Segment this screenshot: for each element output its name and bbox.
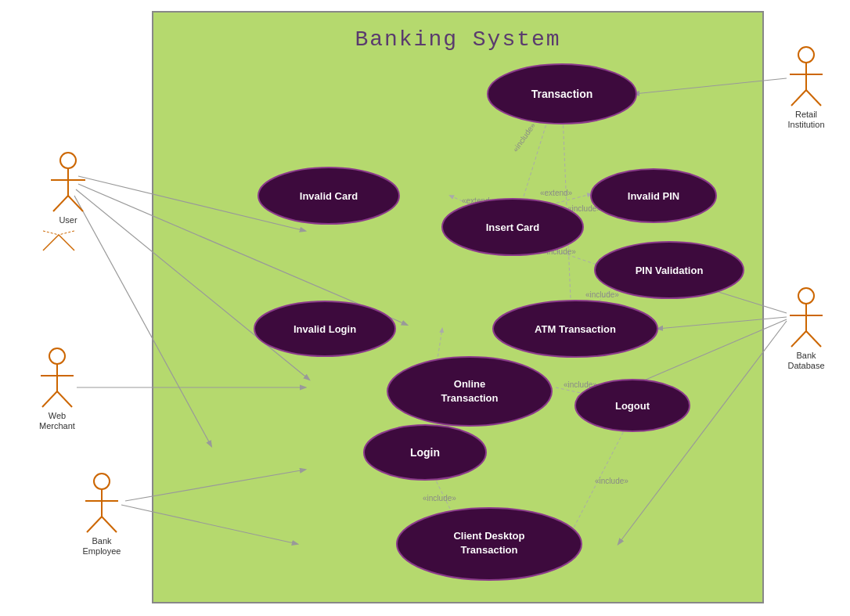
svg-point-50 — [387, 357, 552, 426]
svg-text:Invalid PIN: Invalid PIN — [628, 190, 679, 202]
svg-rect-0 — [153, 12, 763, 603]
svg-line-30 — [556, 387, 609, 399]
svg-line-63 — [53, 196, 68, 211]
svg-line-67 — [59, 235, 74, 250]
svg-text:Insert Card: Insert Card — [486, 222, 540, 233]
svg-text:Logout: Logout — [615, 400, 650, 412]
svg-text:Login: Login — [410, 446, 440, 459]
svg-line-87 — [791, 90, 806, 106]
svg-point-55 — [364, 425, 486, 480]
actor-bank-database: Bank Database — [787, 288, 824, 370]
svg-text:«include»: «include» — [585, 290, 619, 299]
svg-line-5 — [76, 189, 309, 380]
svg-line-14 — [517, 94, 556, 219]
svg-text:«include»: «include» — [564, 380, 597, 389]
svg-text:«include»: «include» — [511, 121, 538, 153]
svg-line-20 — [524, 194, 591, 211]
svg-text:«extend»: «extend» — [412, 378, 427, 412]
svg-line-94 — [791, 331, 806, 347]
svg-text:Bank: Bank — [92, 536, 112, 546]
svg-point-48 — [493, 301, 657, 357]
svg-text:Web: Web — [49, 411, 66, 420]
svg-text:«include»: «include» — [429, 408, 463, 416]
svg-text:Banking System: Banking System — [355, 27, 560, 52]
svg-line-69 — [59, 231, 74, 235]
svg-line-10 — [673, 278, 787, 313]
svg-line-8 — [125, 470, 305, 501]
svg-point-40 — [591, 169, 716, 222]
svg-point-60 — [60, 153, 76, 168]
svg-line-18 — [450, 196, 513, 223]
svg-text:ATM Transaction: ATM Transaction — [535, 323, 616, 335]
svg-line-80 — [87, 517, 102, 532]
svg-line-9 — [634, 78, 787, 94]
svg-line-81 — [102, 517, 117, 532]
svg-text:«include»: «include» — [423, 494, 456, 503]
svg-point-44 — [595, 242, 744, 298]
svg-text:Transaction: Transaction — [461, 544, 518, 556]
svg-line-24 — [579, 282, 618, 321]
svg-line-68 — [43, 231, 59, 235]
svg-text:Retail: Retail — [795, 110, 817, 119]
svg-text:Bank: Bank — [796, 351, 816, 360]
svg-line-11 — [657, 317, 787, 329]
svg-text:Merchant: Merchant — [39, 421, 75, 430]
svg-line-64 — [68, 196, 83, 211]
svg-text:«extend»: «extend» — [540, 189, 573, 197]
svg-line-34 — [571, 427, 626, 532]
svg-text:«include»: «include» — [542, 247, 576, 256]
svg-line-2 — [78, 176, 305, 231]
svg-text:Online: Online — [454, 378, 485, 390]
actor-bank-employee: Bank Employee — [83, 474, 121, 556]
svg-line-16 — [562, 98, 571, 317]
svg-line-66 — [43, 235, 59, 250]
svg-text:«include»: «include» — [595, 477, 628, 485]
svg-point-84 — [798, 47, 814, 63]
svg-point-70 — [49, 348, 65, 364]
svg-text:Transaction: Transaction — [531, 88, 593, 100]
svg-point-46 — [254, 301, 395, 356]
svg-line-3 — [74, 196, 211, 446]
svg-line-12 — [618, 319, 787, 391]
svg-line-32 — [427, 462, 462, 532]
svg-line-74 — [57, 391, 72, 407]
svg-text:Invalid Card: Invalid Card — [300, 190, 358, 202]
actor-retail-institution: Retail Institution — [787, 47, 824, 129]
svg-point-57 — [397, 508, 582, 580]
svg-point-36 — [488, 64, 636, 124]
svg-line-4 — [78, 184, 407, 325]
svg-point-38 — [258, 168, 399, 224]
svg-text:Database: Database — [787, 361, 824, 370]
svg-text:User: User — [59, 215, 77, 225]
svg-line-7 — [121, 505, 297, 544]
svg-line-95 — [806, 331, 821, 347]
svg-line-26 — [427, 395, 470, 446]
svg-line-73 — [42, 391, 57, 407]
svg-point-42 — [442, 199, 583, 255]
svg-text:«include»: «include» — [567, 204, 601, 213]
svg-text:Transaction: Transaction — [441, 392, 499, 404]
actor-web-merchant: Web Merchant — [39, 348, 75, 430]
svg-line-13 — [618, 321, 787, 544]
svg-text:Institution: Institution — [787, 120, 824, 129]
svg-point-53 — [575, 380, 690, 431]
svg-line-28 — [423, 329, 442, 454]
svg-text:«extend»: «extend» — [462, 196, 495, 205]
svg-text:Invalid Login: Invalid Login — [294, 323, 356, 335]
actor-user: User — [43, 153, 85, 250]
svg-text:PIN Validation: PIN Validation — [636, 265, 704, 276]
svg-point-77 — [94, 474, 110, 489]
svg-text:Client Desktop: Client Desktop — [453, 530, 524, 542]
svg-line-22 — [520, 239, 601, 266]
svg-point-91 — [798, 288, 814, 304]
svg-text:Employee: Employee — [83, 546, 121, 556]
svg-line-88 — [806, 90, 821, 106]
